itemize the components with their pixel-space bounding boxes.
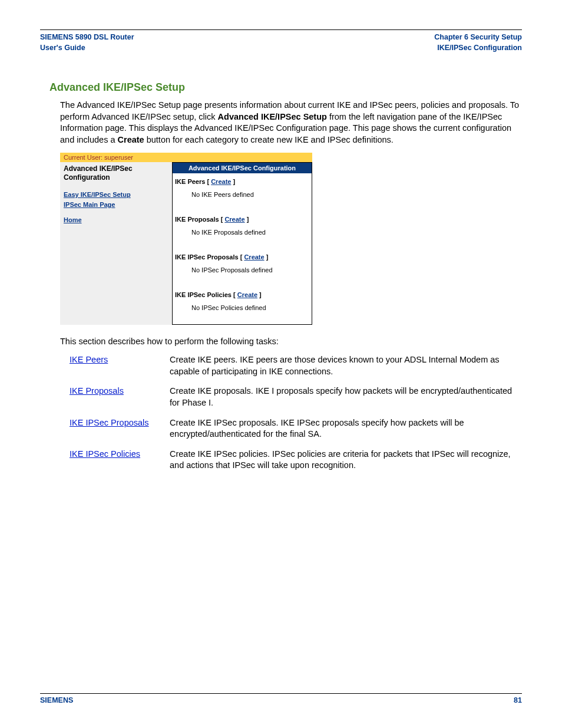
header-rule xyxy=(40,29,522,30)
cfg-ike-peers: IKE Peers [ Create ] No IKE Peers define… xyxy=(173,173,312,211)
bracket: ] xyxy=(231,178,235,185)
link-ike-proposals[interactable]: IKE Proposals xyxy=(70,386,124,396)
task-desc: Create IKE IPSec policies. IPSec policie… xyxy=(170,449,522,472)
nav-title: Advanced IKE/IPSec Configuration xyxy=(64,164,168,182)
cfg-label: IKE IPSec Proposals xyxy=(175,253,239,261)
create-link[interactable]: Create xyxy=(244,253,264,261)
para-bold-2: Create xyxy=(118,135,144,144)
task-desc: Create IKE peers. IKE peers are those de… xyxy=(170,354,522,377)
cfg-ipsec-policies: IKE IPSec Policies [ Create ] No IPSec P… xyxy=(173,286,312,324)
bracket: ] xyxy=(245,216,249,223)
footer-row: SIEMENS 81 xyxy=(40,696,522,704)
footer-rule xyxy=(40,693,522,694)
cfg-label: IKE Proposals xyxy=(175,216,219,223)
nav-easy-setup[interactable]: Easy IKE/IPSec Setup xyxy=(64,190,168,200)
link-ike-ipsec-proposals[interactable]: IKE IPSec Proposals xyxy=(70,418,149,427)
chapter-subtitle: IKE/IPSec Configuration xyxy=(434,43,522,54)
cfg-label: IKE IPSec Policies xyxy=(175,291,232,298)
cfg-label: IKE Peers xyxy=(175,178,205,185)
bracket: ] xyxy=(265,253,269,261)
cfg-ipsec-proposals: IKE IPSec Proposals [ Create ] No IPSec … xyxy=(173,249,312,286)
config-screenshot: Current User: superuser Advanced IKE/IPS… xyxy=(60,153,312,325)
create-link[interactable]: Create xyxy=(224,216,244,223)
create-link[interactable]: Create xyxy=(237,291,257,298)
link-ike-peers[interactable]: IKE Peers xyxy=(70,355,108,364)
task-desc: Create IKE proposals. IKE I proposals sp… xyxy=(170,386,522,409)
page: SIEMENS 5890 DSL Router User's Guide Cha… xyxy=(0,0,562,728)
current-user-bar: Current User: superuser xyxy=(60,153,312,162)
bracket: [ xyxy=(233,291,237,298)
para-bold-1: Advanced IKE/IPSec Setup xyxy=(218,112,327,121)
cfg-ike-proposals: IKE Proposals [ Create ] No IKE Proposal… xyxy=(173,211,312,249)
nav-home[interactable]: Home xyxy=(64,215,168,225)
task-row: IKE IPSec Proposals Create IKE IPSec pro… xyxy=(70,417,522,440)
cfg-empty-msg: No IPSec Proposals defined xyxy=(175,261,309,278)
task-row: IKE Peers Create IKE peers. IKE peers ar… xyxy=(70,354,522,377)
content-header: Advanced IKE/IPSec Configuration xyxy=(173,163,312,173)
header-right: Chapter 6 Security Setup IKE/IPSec Confi… xyxy=(434,32,522,53)
header-left: SIEMENS 5890 DSL Router User's Guide xyxy=(40,32,134,53)
page-footer: SIEMENS 81 xyxy=(40,693,522,704)
doc-title: SIEMENS 5890 DSL Router xyxy=(40,32,134,43)
nav-links: Easy IKE/IPSec Setup IPSec Main Page Hom… xyxy=(64,190,168,225)
page-header: SIEMENS 5890 DSL Router User's Guide Cha… xyxy=(40,32,522,59)
create-link[interactable]: Create xyxy=(211,178,231,185)
tasks-table: IKE Peers Create IKE peers. IKE peers ar… xyxy=(70,354,522,472)
intro-paragraph: The Advanced IKE/IPSec Setup page presen… xyxy=(60,100,522,146)
chapter-title: Chapter 6 Security Setup xyxy=(434,32,522,43)
page-number: 81 xyxy=(514,696,522,704)
bracket: ] xyxy=(257,291,262,298)
doc-subtitle: User's Guide xyxy=(40,43,134,54)
screenshot-content-pane: Advanced IKE/IPSec Configuration IKE Pee… xyxy=(172,162,312,325)
task-row: IKE IPSec Policies Create IKE IPSec poli… xyxy=(70,449,522,472)
screenshot-nav-pane: Advanced IKE/IPSec Configuration Easy IK… xyxy=(60,162,172,325)
nav-ipsec-main[interactable]: IPSec Main Page xyxy=(64,200,168,210)
tasks-intro: This section describes how to perform th… xyxy=(60,337,522,346)
link-ike-ipsec-policies[interactable]: IKE IPSec Policies xyxy=(70,449,140,459)
cfg-empty-msg: No IKE Proposals defined xyxy=(175,223,309,241)
screenshot-body: Advanced IKE/IPSec Configuration Easy IK… xyxy=(60,162,312,325)
section-heading: Advanced IKE/IPSec Setup xyxy=(49,81,522,94)
cfg-empty-msg: No IPSec Policies defined xyxy=(175,298,309,316)
task-desc: Create IKE IPSec proposals. IKE IPSec pr… xyxy=(170,417,522,440)
cfg-empty-msg: No IKE Peers defined xyxy=(175,185,309,203)
para-text-e: button for each category to create new I… xyxy=(144,135,394,144)
task-row: IKE Proposals Create IKE proposals. IKE … xyxy=(70,386,522,409)
footer-brand: SIEMENS xyxy=(40,696,73,704)
